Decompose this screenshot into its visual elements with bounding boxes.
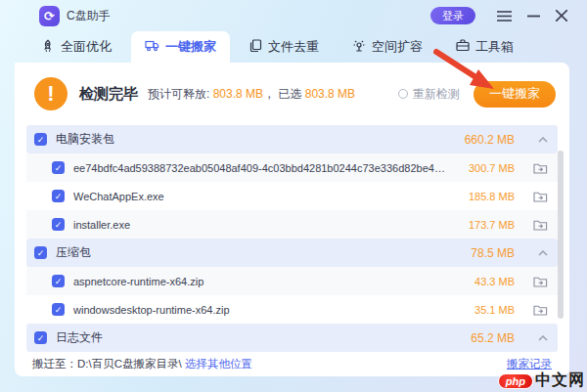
item-size: 173.7 MB [456,219,515,231]
one-click-move-button[interactable]: 一键搬家 [474,81,556,108]
watermark-text: 中文网 [535,370,585,391]
checkbox-checked[interactable]: ✓ [34,246,47,259]
title-bar: ⟳ C盘助手 登录 [0,0,587,31]
item-name: ee74bdfc4ad59388732eab05048af409-4c03bbd… [73,162,456,174]
checkbox-checked[interactable]: ✓ [52,275,65,287]
dedupe-icon [249,39,262,56]
move-to-path: D:\百贝C盘搬家目录\ [77,357,182,371]
checkbox-checked[interactable]: ✓ [34,133,47,146]
main-panel: ! 检测完毕 预计可释放: 803.8 MB， 已选 803.8 MB 重新检测… [15,63,569,376]
item-name: aspnetcore-runtime-x64.zip [73,276,456,287]
login-button[interactable]: 登录 [430,7,475,24]
app-title: C盘助手 [67,8,111,24]
tab-4[interactable]: 空间扩容 [339,31,436,63]
app-window: ⟳ C盘助手 登录 全面优化一键搬家文件去重空间扩容工具箱 ! 检测完毕 预计可… [0,0,587,392]
toolbox-icon [456,39,470,55]
recheck-label: 重新检测 [413,86,460,103]
tab-label: 空间扩容 [372,38,423,56]
open-folder-icon[interactable] [515,191,548,202]
file-list: ✓电脑安装包660.2 MB✓ee74bdfc4ad59388732eab050… [26,125,558,352]
item-size: 35.1 MB [456,304,515,316]
releasable-label: 预计可释放: [148,87,209,101]
app-logo-icon: ⟳ [39,6,60,26]
item-size: 300.7 MB [456,162,515,174]
item-size: 43.3 MB [456,276,515,287]
tab-5[interactable]: 工具箱 [442,31,527,63]
rocket-icon [41,39,55,56]
category-row: ✓日志文件65.2 MB [26,324,558,352]
tab-label: 一键搬家 [165,38,216,56]
tab-bar: 全面优化一键搬家文件去重空间扩容工具箱 [0,31,587,63]
item-size: 185.8 MB [456,191,515,202]
checkbox-checked[interactable]: ✓ [52,161,65,174]
file-row: ✓WeChatAppEx.exe185.8 MB [26,182,558,210]
item-size: 660.2 MB [456,133,515,147]
expand-icon [352,39,366,56]
scan-detail: 预计可释放: 803.8 MB， 已选 803.8 MB [148,86,355,103]
scan-summary: ! 检测完毕 预计可释放: 803.8 MB， 已选 803.8 MB 重新检测… [15,63,569,125]
tab-label: 工具箱 [475,38,514,56]
collapse-chevron-icon[interactable] [515,137,548,143]
close-icon[interactable] [556,10,567,22]
warning-icon: ! [34,77,68,110]
item-name: 电脑安装包 [56,131,456,148]
recheck-button[interactable]: 重新检测 [398,86,460,103]
category-row: ✓压缩包78.5 MB [26,239,558,267]
open-folder-icon[interactable] [515,276,548,287]
category-row: ✓电脑安装包660.2 MB [26,125,558,153]
file-row: ✓ee74bdfc4ad59388732eab05048af409-4c03bb… [26,153,558,182]
open-folder-icon[interactable] [515,219,548,231]
move-history-link[interactable]: 搬家记录 [507,357,552,371]
scan-status: 检测完毕 [79,85,138,104]
footer-bar: 搬迁至： D:\百贝C盘搬家目录\ 选择其他位置 搬家记录 [15,352,569,376]
open-folder-icon[interactable] [515,162,548,174]
item-name: 日志文件 [56,329,456,346]
tab-label: 全面优化 [61,38,112,56]
truck-icon [145,39,159,55]
item-name: windowsdesktop-runtime-x64.zip [73,304,456,316]
menu-icon[interactable] [497,11,512,22]
move-to-label: 搬迁至： [32,357,77,371]
file-row: ✓installer.exe173.7 MB [26,210,558,239]
item-name: WeChatAppEx.exe [73,191,456,202]
item-size: 78.5 MB [456,246,515,260]
minimize-icon[interactable] [527,15,540,18]
php-badge: php [498,373,533,389]
tab-label: 文件去重 [268,38,319,56]
collapse-chevron-icon[interactable] [515,335,548,341]
selected-label: 已选 [278,87,301,101]
item-name: 压缩包 [56,244,456,261]
checkbox-checked[interactable]: ✓ [52,303,65,316]
releasable-value: 803.8 MB [213,87,263,101]
checkbox-checked[interactable]: ✓ [52,190,65,202]
tab-2[interactable]: 一键搬家 [131,31,230,63]
scrollbar[interactable] [558,151,564,319]
checkbox-checked[interactable]: ✓ [52,218,65,231]
file-row: ✓aspnetcore-runtime-x64.zip43.3 MB [26,267,558,295]
choose-other-location-link[interactable]: 选择其他位置 [185,357,252,371]
tab-3[interactable]: 文件去重 [236,31,333,63]
open-folder-icon[interactable] [515,304,548,316]
watermark: php 中文网 [498,370,585,391]
file-row: ✓windowsdesktop-runtime-x64.zip35.1 MB [26,295,558,324]
selected-value: 803.8 MB [305,87,355,101]
item-name: installer.exe [73,219,456,231]
collapse-chevron-icon[interactable] [515,250,548,256]
item-size: 65.2 MB [456,331,515,345]
tab-1[interactable]: 全面优化 [27,31,125,63]
recheck-radio-icon [398,89,408,99]
comma: ， [263,87,275,101]
checkbox-checked[interactable]: ✓ [34,331,47,344]
